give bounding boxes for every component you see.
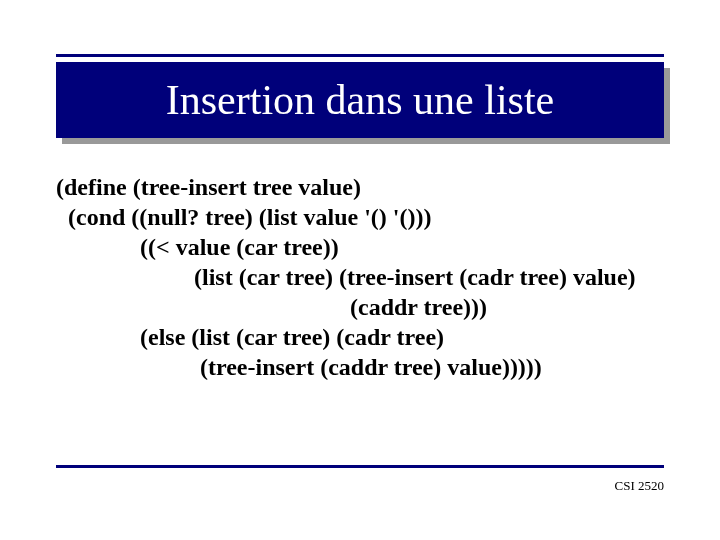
code-define-keyword: (define	[56, 174, 133, 200]
code-line-4: (list (car tree) (tree-insert (cadr tree…	[56, 262, 664, 292]
code-define-signature: (tree-insert tree value)	[133, 174, 361, 200]
top-rule	[56, 54, 664, 57]
code-block: (define (tree-insert tree value) (cond (…	[56, 172, 664, 382]
footer-label: CSI 2520	[615, 478, 664, 494]
code-line-7: (tree-insert (caddr tree) value)))))	[56, 352, 664, 382]
code-line-6: (else (list (car tree) (cadr tree)	[56, 322, 664, 352]
code-line-1: (define (tree-insert tree value)	[56, 172, 664, 202]
slide-title: Insertion dans une liste	[166, 76, 554, 124]
code-line-3: ((< value (car tree))	[56, 232, 664, 262]
bottom-rule	[56, 465, 664, 468]
title-box: Insertion dans une liste	[56, 62, 664, 138]
slide: Insertion dans une liste (define (tree-i…	[0, 0, 720, 540]
code-line-5: (caddr tree)))	[56, 292, 664, 322]
code-line-2: (cond ((null? tree) (list value '() '())…	[56, 202, 664, 232]
